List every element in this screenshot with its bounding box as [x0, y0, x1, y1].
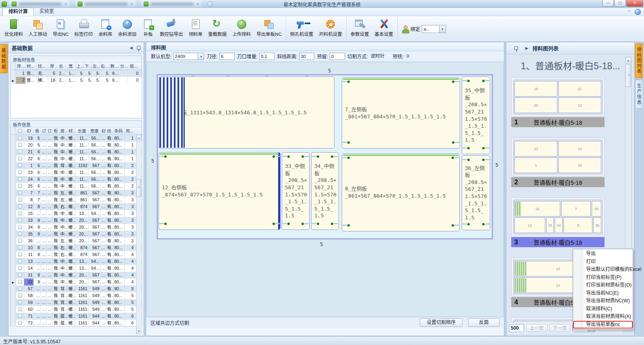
- help-orb-icon[interactable]: [635, 9, 641, 15]
- table-row[interactable]: 205......我中..暖..11...56......有..80...1: [10, 142, 142, 149]
- close-button[interactable]: ✕: [626, 0, 643, 7]
- column-header[interactable]: 宽度: [89, 128, 101, 134]
- row-selector[interactable]: [10, 135, 16, 142]
- column-header[interactable]: 订: [47, 128, 52, 134]
- table-row[interactable]: 236......我中..暖..11...56......有..80...2: [10, 169, 142, 176]
- table-row[interactable]: 57.........我背..暖..1161549...有..80...5: [10, 285, 142, 292]
- row-selector[interactable]: [10, 313, 16, 320]
- context-menu-item[interactable]: 打印当前材质标签(O): [573, 281, 633, 289]
- row-selector[interactable]: [10, 183, 16, 190]
- ribbon-button[interactable]: 导出单板NC: [254, 17, 285, 41]
- row-checkbox[interactable]: [16, 155, 24, 162]
- row-selector[interactable]: [10, 217, 16, 224]
- context-menu-item[interactable]: 导出当前NC(E): [573, 289, 633, 297]
- thumbnail-image[interactable]: 1921 2022: [511, 78, 605, 116]
- row-selector[interactable]: [10, 210, 16, 217]
- row-selector[interactable]: [10, 306, 16, 313]
- table-row[interactable]: 14.........我中..暖..13...54......有..80...4: [10, 265, 142, 272]
- param-value[interactable]: 6: [219, 53, 235, 60]
- column-header[interactable]: ID: [24, 128, 34, 134]
- sidebar-tab-basic-data[interactable]: 基础数据: [0, 44, 8, 73]
- right-side-tab[interactable]: 生产信息: [635, 80, 643, 109]
- column-header[interactable]: 材...: [68, 128, 76, 134]
- scrollbar-thumb[interactable]: [625, 64, 631, 87]
- column-header[interactable]: 下...: [84, 63, 92, 70]
- nested-part[interactable]: 35_中侧板 _208.5×567_211.5×570_1.5_1.5_1.5_…: [462, 76, 490, 154]
- row-checkbox[interactable]: [16, 224, 24, 231]
- context-menu-item[interactable]: 导出默认打印模板的Excel: [573, 266, 633, 274]
- row-selector[interactable]: [10, 292, 16, 299]
- row-checkbox[interactable]: [16, 251, 24, 258]
- ribbon-button[interactable]: 标签打印: [72, 17, 96, 41]
- table-row[interactable]: 128......我右..暖..874567...有..80...3: [10, 203, 142, 210]
- select-all-checkbox[interactable]: [16, 128, 24, 134]
- ribbon-button[interactable]: 侧孔机设置: [287, 17, 316, 41]
- maximize-button[interactable]: ▢: [614, 0, 626, 7]
- param-value[interactable]: 30: [299, 53, 314, 60]
- table-row[interactable]: 118......我右..暖..874567...有..80...4: [10, 251, 142, 258]
- ribbon-tab[interactable]: 实验室: [34, 8, 60, 16]
- row-selector[interactable]: [10, 272, 16, 279]
- flip-side-button[interactable]: 反面: [468, 318, 500, 327]
- table-row[interactable]: 15.........我中..暖..13...54......有..80...3: [10, 210, 142, 217]
- nested-part[interactable]: 36_左侧板 _208.5×567_211.5×570_1.5_1.5_1.5_…: [462, 155, 490, 230]
- nested-part[interactable]: 33_中侧板 _208.5×567_211.5×570_1.5_1.5_1.5_…: [282, 152, 310, 230]
- ribbon-button[interactable]: 补板: [139, 17, 157, 41]
- table-row[interactable]: 246......我中..暖..11...56......有..80...2: [10, 176, 142, 183]
- blurred-document-tab[interactable]: ✕: [75, 0, 136, 8]
- row-selector[interactable]: [10, 258, 16, 265]
- expand-right-icon[interactable]: ▶: [525, 46, 528, 50]
- column-header[interactable]: 条码: [114, 128, 125, 134]
- context-menu-item[interactable]: 导出当前单板nc: [573, 321, 633, 329]
- row-checkbox[interactable]: [16, 272, 24, 279]
- nested-part[interactable]: 8_左侧板 _861×567_864×570_1.5_1.5_1.5_1.5: [342, 153, 460, 231]
- table-row[interactable]: 59.........我背..暖..1161549...有..80...5: [10, 299, 142, 306]
- tab-close-icon[interactable]: ✕: [64, 2, 67, 6]
- context-menu-item[interactable]: 取消当前材质排料(X): [573, 313, 633, 321]
- column-header[interactable]: 用...: [125, 128, 134, 134]
- ribbon-button[interactable]: 导出NC: [50, 17, 72, 41]
- new-tab-button[interactable]: [207, 1, 213, 7]
- table-row[interactable]: 60.........我背..暖..1161549...有..80...5: [10, 306, 142, 313]
- row-selector[interactable]: [10, 265, 16, 272]
- ribbon-button[interactable]: 基本设置: [372, 17, 396, 41]
- collapse-ribbon-icon[interactable]: ⌃: [627, 10, 631, 14]
- thumbnail-image[interactable]: 15735 123334836: [511, 198, 605, 236]
- row-selector[interactable]: [10, 162, 16, 169]
- row-selector[interactable]: [10, 70, 16, 77]
- row-selector[interactable]: [10, 190, 16, 196]
- table-row[interactable]: 58.........我背..暖..1161549...有..80...5: [10, 292, 142, 299]
- table-row[interactable]: 2普...横..182...1...55559...0: [10, 77, 142, 84]
- table-row[interactable]: 1背...无..52...1...55559...0: [10, 70, 142, 77]
- nesting-diagram-canvas[interactable]: 5 5 5 5 15_中层板_1311×543.8_1314×546.8_1.5…: [147, 62, 504, 317]
- scroll-down-icon[interactable]: ▼: [136, 328, 141, 334]
- table-row[interactable]: 15......我背..暖..1192567...有..80...2: [10, 162, 142, 169]
- context-menu-item[interactable]: 打印当前标签(P): [573, 274, 633, 282]
- param-value[interactable]: 逆时针: [369, 53, 390, 60]
- ribbon-tab[interactable]: 排料计算: [2, 8, 34, 16]
- ribbon-button[interactable]: 参数设置: [348, 17, 372, 41]
- row-checkbox[interactable]: [16, 306, 24, 313]
- table-row[interactable]: 36.........我左..暖..20...567...有..80...3: [10, 238, 142, 244]
- row-checkbox[interactable]: [16, 299, 24, 306]
- ribbon-button[interactable]: 余料库: [96, 17, 116, 41]
- row-selector[interactable]: [10, 142, 16, 149]
- table-row[interactable]: 329......我中..暖..20...567...有..80...4: [10, 279, 142, 285]
- table-row[interactable]: 256......我中..暖..11...56......有..80...2: [10, 183, 142, 190]
- context-menu-item[interactable]: 导出当前材质NC(W): [573, 297, 633, 305]
- table-row[interactable]: 108......我右..暖..874567...有..80...4: [10, 244, 142, 251]
- column-header[interactable]: 纹...: [37, 63, 48, 70]
- column-header[interactable]: 序...: [16, 63, 26, 70]
- table-row[interactable]: 72.........我层..暖..1161544...有..80...6: [10, 320, 142, 326]
- row-checkbox[interactable]: [16, 142, 24, 149]
- thumbnail-caption[interactable]: 3 普通板材-暖白5-18: [511, 237, 605, 247]
- ribbon-button[interactable]: 上传排料: [229, 17, 254, 41]
- row-selector[interactable]: [10, 231, 16, 238]
- row-checkbox[interactable]: [16, 169, 24, 176]
- tab-close-icon[interactable]: ✕: [196, 2, 199, 6]
- row-checkbox[interactable]: [16, 135, 24, 142]
- column-header[interactable]: 宽: [66, 63, 76, 70]
- set-cut-order-button[interactable]: 设置切割顺序: [420, 318, 462, 327]
- layout-thumbnail[interactable]: 1921 2022 1 普通板材-暖白5-18: [511, 78, 605, 127]
- row-checkbox[interactable]: [16, 265, 24, 272]
